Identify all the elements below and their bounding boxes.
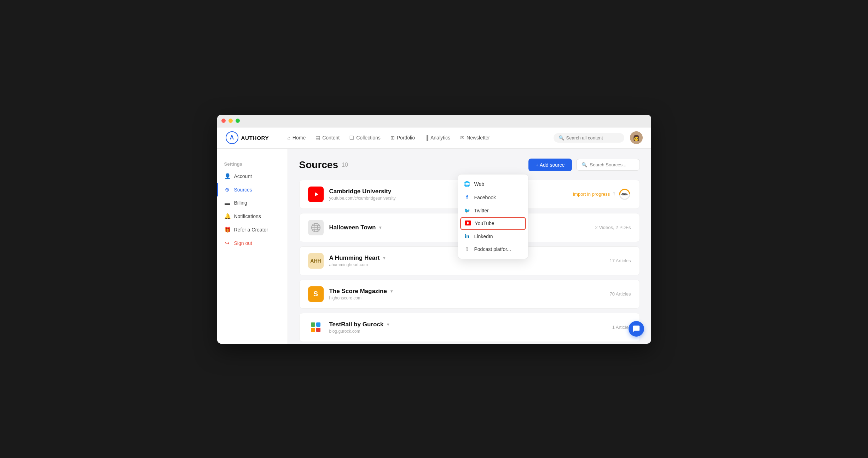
- source-logo-score: S: [308, 286, 324, 302]
- source-logo-testrail: [308, 320, 324, 335]
- signout-icon: ↪: [224, 240, 231, 246]
- chevron-icon-testrail[interactable]: ▾: [387, 322, 389, 327]
- help-icon[interactable]: ?: [613, 191, 615, 197]
- sidebar-item-sources[interactable]: ⊕ Sources: [217, 183, 288, 196]
- sources-icon: ⊕: [224, 187, 231, 193]
- topnav: A AUTHORY ⌂ Home ▤ Content ❏ Collections: [217, 127, 651, 149]
- sidebar-item-signout[interactable]: ↪ Sign out: [217, 236, 288, 250]
- nav-portfolio[interactable]: ⊞ Portfolio: [386, 133, 419, 143]
- sidebar-item-billing[interactable]: ▬ Billing: [217, 196, 288, 210]
- page-title: Sources: [299, 159, 338, 171]
- dropdown-item-podcast[interactable]: 🎙 Podcast platfor...: [458, 243, 528, 256]
- dropdown-item-youtube[interactable]: YouTube: [460, 217, 526, 230]
- source-info-testrail: TestRail by Gurock ▾ blog.gurock.com: [329, 321, 607, 334]
- testrail-grid-icon: [311, 322, 321, 332]
- source-meta-testrail: 1 Articles: [612, 325, 631, 330]
- account-icon: 👤: [224, 173, 231, 179]
- search-icon: 🔍: [559, 135, 564, 141]
- content-area: Sources 10 + Add source 🔍 🌐: [288, 149, 651, 344]
- page-title-row: Sources 10: [299, 159, 348, 171]
- page-header: Sources 10 + Add source 🔍: [299, 159, 640, 171]
- nav-items: ⌂ Home ▤ Content ❏ Collections ⊞ Portfol…: [283, 133, 553, 143]
- source-name-score: The Score Magazine ▾: [329, 288, 604, 295]
- sources-search-input[interactable]: [590, 162, 635, 167]
- chat-button[interactable]: [629, 321, 644, 337]
- analytics-icon: ▐: [425, 135, 428, 141]
- source-url-cambridge: youtube.com/c/cambridgeuniversity: [329, 196, 567, 201]
- logo[interactable]: A AUTHORY: [226, 131, 269, 144]
- dropdown-item-twitter[interactable]: 🐦 Twitter: [458, 204, 528, 217]
- youtube-icon: [464, 221, 471, 227]
- sources-search-icon: 🔍: [581, 162, 587, 167]
- chevron-icon-ahh[interactable]: ▾: [383, 256, 385, 261]
- testrail-count: 1 Articles: [612, 325, 631, 330]
- dropdown-item-linkedin[interactable]: in LinkedIn: [458, 230, 528, 243]
- collections-icon: ❏: [349, 135, 354, 141]
- facebook-icon: f: [464, 194, 471, 201]
- sidebar-item-notifications[interactable]: 🔔 Notifications: [217, 210, 288, 223]
- avatar[interactable]: 👩: [630, 131, 643, 144]
- chevron-icon-halloween[interactable]: ▾: [379, 225, 381, 230]
- source-count: 10: [342, 162, 348, 168]
- minimize-button[interactable]: [228, 119, 233, 123]
- source-logo-halloween: [308, 220, 324, 235]
- source-url-score: highonscore.com: [329, 296, 604, 300]
- source-meta-halloween: 2 Videos, 2 PDFs: [595, 225, 631, 230]
- halloween-count: 2 Videos, 2 PDFs: [595, 225, 631, 230]
- source-name-testrail: TestRail by Gurock ▾: [329, 321, 607, 328]
- maximize-button[interactable]: [236, 119, 240, 123]
- settings-label: Settings: [217, 156, 288, 170]
- logo-text: AUTHORY: [241, 135, 269, 141]
- source-meta-cambridge: Import in progress ? 48%: [573, 188, 631, 201]
- add-source-dropdown: 🌐 Web f Facebook 🐦 Twitter: [458, 174, 528, 259]
- header-right: + Add source 🔍: [528, 159, 640, 171]
- source-card-score: S The Score Magazine ▾ highonscore.com 7…: [299, 280, 640, 309]
- dropdown-item-web[interactable]: 🌐 Web: [458, 177, 528, 191]
- source-logo-ahh: AHH: [308, 253, 324, 269]
- import-status: Import in progress: [573, 191, 610, 197]
- source-url-testrail: blog.gurock.com: [329, 329, 607, 334]
- nav-content[interactable]: ▤ Content: [311, 133, 344, 143]
- podcast-icon: 🎙: [464, 246, 471, 252]
- sidebar: Settings 👤 Account ⊕ Sources ▬ Billing 🔔…: [217, 149, 288, 344]
- notifications-icon: 🔔: [224, 213, 231, 219]
- app-window: A AUTHORY ⌂ Home ▤ Content ❏ Collections: [217, 115, 651, 344]
- main-layout: Settings 👤 Account ⊕ Sources ▬ Billing 🔔…: [217, 149, 651, 344]
- refer-icon: 🎁: [224, 227, 231, 233]
- twitter-icon: 🐦: [464, 208, 471, 213]
- sources-search[interactable]: 🔍: [576, 159, 640, 171]
- newsletter-icon: ✉: [460, 135, 464, 141]
- close-button[interactable]: [221, 119, 226, 123]
- source-info-cambridge: Cambridge University youtube.com/c/cambr…: [329, 188, 567, 201]
- titlebar: [217, 115, 651, 127]
- linkedin-icon: in: [464, 234, 471, 239]
- nav-collections[interactable]: ❏ Collections: [345, 133, 384, 143]
- source-name-cambridge: Cambridge University: [329, 188, 567, 195]
- home-icon: ⌂: [287, 135, 290, 141]
- portfolio-icon: ⊞: [390, 135, 395, 141]
- nav-home[interactable]: ⌂ Home: [283, 133, 310, 143]
- nav-newsletter[interactable]: ✉ Newsletter: [456, 133, 494, 143]
- web-icon: 🌐: [464, 181, 471, 187]
- chevron-icon-score[interactable]: ▾: [390, 289, 393, 294]
- source-meta-ahh: 17 Articles: [610, 258, 631, 263]
- content-icon: ▤: [316, 135, 320, 141]
- global-search-input[interactable]: [566, 135, 619, 141]
- source-card-testrail: TestRail by Gurock ▾ blog.gurock.com 1 A…: [299, 313, 640, 342]
- import-progress: Import in progress ? 48%: [573, 188, 631, 201]
- logo-icon: A: [226, 131, 238, 144]
- billing-icon: ▬: [224, 200, 231, 206]
- source-logo-cambridge: [308, 187, 324, 202]
- score-count: 70 Articles: [610, 291, 631, 297]
- ahh-count: 17 Articles: [610, 258, 631, 263]
- nav-analytics[interactable]: ▐ Analytics: [421, 133, 455, 143]
- source-url-ahh: ahummingheart.com: [329, 262, 604, 267]
- source-meta-score: 70 Articles: [610, 291, 631, 297]
- sidebar-item-account[interactable]: 👤 Account: [217, 170, 288, 183]
- source-info-score: The Score Magazine ▾ highonscore.com: [329, 288, 604, 300]
- add-source-button[interactable]: + Add source: [528, 159, 572, 171]
- global-search[interactable]: 🔍: [554, 133, 624, 143]
- progress-ring: 48%: [618, 188, 631, 201]
- dropdown-item-facebook[interactable]: f Facebook: [458, 191, 528, 204]
- sidebar-item-refer[interactable]: 🎁 Refer a Creator: [217, 223, 288, 236]
